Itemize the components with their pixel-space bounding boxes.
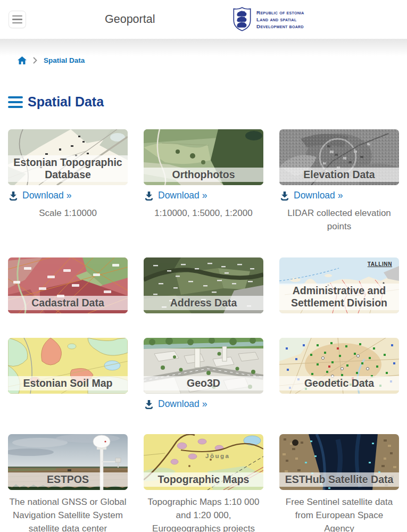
estonia-coat-of-arms-icon bbox=[232, 7, 252, 31]
download-link[interactable]: Download » bbox=[22, 190, 71, 201]
header-shadow-strip bbox=[0, 39, 407, 56]
card-administrative-settlement-division: TALLINN Administrative and Settlement Di… bbox=[279, 257, 399, 313]
card-description: Free Sentinel satellite data from Europe… bbox=[279, 495, 399, 532]
card-geodetic-data: Geodetic Data bbox=[279, 338, 399, 394]
card-link-geodetic-data[interactable]: Geodetic Data bbox=[279, 338, 399, 394]
card-title: Estonian Topographic Database bbox=[8, 155, 128, 182]
logo-text: Republic of Estonia Land and Spatial Dev… bbox=[256, 9, 304, 30]
hamburger-menu-button[interactable] bbox=[9, 11, 26, 28]
download-icon bbox=[280, 191, 289, 201]
card-link-topographic-maps[interactable]: Jõuga Topographic Maps bbox=[144, 434, 263, 490]
download-row: Download » bbox=[280, 190, 399, 201]
card-link-estpos[interactable]: ESTPOS bbox=[8, 434, 128, 490]
card-title: Geodetic Data bbox=[279, 376, 399, 390]
download-row: Download » bbox=[144, 190, 263, 201]
card-title: Orthophotos bbox=[144, 168, 263, 182]
download-link[interactable]: Download » bbox=[158, 190, 207, 201]
card-description: 1:10000, 1:5000, 1:2000 bbox=[144, 206, 263, 220]
card-title: ESTPOS bbox=[8, 472, 128, 487]
card-esthub-satellite-data: ESTHub Satellite Data Free Sentinel sate… bbox=[279, 434, 399, 532]
card-address-data: Address Data bbox=[144, 257, 263, 313]
card-description: Scale 1:10000 bbox=[8, 206, 128, 220]
chevron-right-icon bbox=[33, 57, 37, 64]
card-title: Administrative and Settlement Division bbox=[279, 284, 399, 310]
download-link[interactable]: Download » bbox=[158, 398, 207, 410]
download-icon bbox=[9, 191, 18, 201]
page-heading-row: Spatial Data bbox=[8, 94, 407, 110]
card-title: Estonian Soil Map bbox=[8, 376, 128, 390]
breadcrumb: Spatial Data bbox=[18, 55, 407, 65]
card-estonian-soil-map: Estonian Soil Map bbox=[8, 338, 128, 394]
top-header: Geoportal Republic of Estonia Land and S… bbox=[0, 0, 407, 39]
card-topographic-maps: Jõuga Topographic Maps Topographic Maps … bbox=[144, 434, 263, 532]
card-link-esthub-satellite-data[interactable]: ESTHub Satellite Data bbox=[279, 434, 399, 490]
breadcrumb-current-spatial-data[interactable]: Spatial Data bbox=[44, 56, 85, 64]
card-description: The national GNSS or Global Navigation S… bbox=[8, 495, 128, 532]
map-label-jouga: Jõuga bbox=[205, 453, 230, 459]
card-link-administrative-settlement-division[interactable]: TALLINN Administrative and Settlement Di… bbox=[279, 257, 399, 313]
estonia-land-board-logo[interactable]: Republic of Estonia Land and Spatial Dev… bbox=[232, 7, 304, 31]
download-row: Download » bbox=[9, 190, 128, 201]
card-link-geo3d[interactable]: Geo3D bbox=[144, 338, 263, 394]
card-description: Topographic Maps 1:10 000 and 1:20 000, … bbox=[144, 495, 263, 532]
card-title: Cadastral Data bbox=[8, 296, 128, 310]
card-link-address-data[interactable]: Address Data bbox=[144, 257, 263, 313]
card-elevation-data: Elevation Data Download » LIDAR collecte… bbox=[279, 129, 399, 233]
card-estonian-topographic-database: Estonian Topographic Database Download »… bbox=[8, 129, 128, 220]
card-link-orthophotos[interactable]: Orthophotos bbox=[144, 129, 263, 185]
card-title: ESTHub Satellite Data bbox=[279, 472, 399, 487]
spatial-data-grid: Estonian Topographic Database Download »… bbox=[0, 129, 407, 532]
card-link-estonian-topographic-database[interactable]: Estonian Topographic Database bbox=[8, 129, 128, 185]
card-description: LIDAR collected elevation points bbox=[279, 206, 399, 233]
map-label-tallinn: TALLINN bbox=[368, 261, 392, 267]
card-geo3d: Geo3D Download » bbox=[144, 338, 263, 410]
download-icon bbox=[144, 191, 154, 201]
home-icon[interactable] bbox=[18, 56, 27, 64]
card-link-cadastral-data[interactable]: Cadastral Data bbox=[8, 257, 128, 313]
card-orthophotos: Orthophotos Download » 1:10000, 1:5000, … bbox=[144, 129, 263, 220]
card-title: Address Data bbox=[144, 296, 263, 310]
card-title: Topographic Maps bbox=[144, 472, 263, 487]
card-link-estonian-soil-map[interactable]: Estonian Soil Map bbox=[8, 338, 128, 394]
card-title: Geo3D bbox=[144, 376, 263, 390]
download-row: Download » bbox=[144, 398, 263, 410]
page-title: Spatial Data bbox=[28, 94, 104, 110]
card-link-elevation-data[interactable]: Elevation Data bbox=[279, 129, 399, 185]
card-title: Elevation Data bbox=[279, 168, 399, 182]
card-cadastral-data: Cadastral Data bbox=[8, 257, 128, 313]
site-title[interactable]: Geoportal bbox=[105, 0, 155, 39]
list-icon bbox=[8, 96, 23, 108]
download-link[interactable]: Download » bbox=[294, 190, 343, 201]
card-estpos: ESTPOS The national GNSS or Global Navig… bbox=[8, 434, 128, 532]
download-icon bbox=[144, 400, 154, 409]
